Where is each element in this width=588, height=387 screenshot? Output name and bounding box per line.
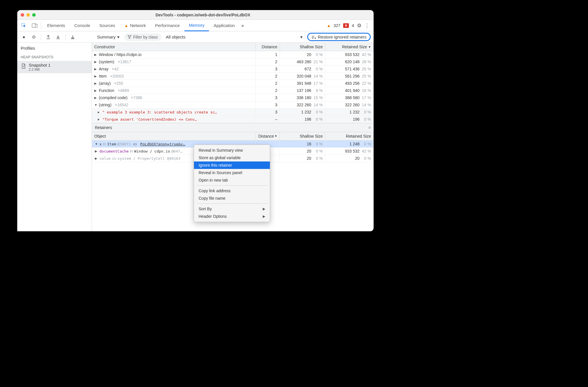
tab-application[interactable]: Application — [210, 20, 239, 31]
retainers-header: Retainers ≡ — [92, 123, 374, 132]
load-icon[interactable] — [44, 33, 53, 41]
sidebar: Profiles HEAP SNAPSHOTS Snapshot 1 2.2 M… — [17, 43, 92, 231]
col-retained[interactable]: Retained Size — [325, 132, 374, 140]
snapshot-icon — [21, 63, 26, 69]
retainers-head: Object Distance▲ Shallow Size Retained S… — [92, 132, 374, 140]
tab-network[interactable]: ▲Network — [120, 20, 150, 31]
record-icon[interactable]: ● — [20, 33, 28, 41]
error-count[interactable]: 4 — [352, 23, 354, 28]
table-row[interactable]: ▶"Torque assert 'Convert(endIndex) <= Co… — [92, 116, 374, 123]
minimize-window-icon[interactable] — [26, 13, 30, 17]
window-title: DevTools - codepen.io/web-dot-dev/live/P… — [36, 13, 370, 17]
device-toolbar-icon[interactable] — [29, 21, 39, 30]
filter-bar: Summary ▾ Filter by class All objects ▾ … — [92, 31, 374, 43]
menu-item[interactable]: Copy link address — [194, 187, 270, 195]
tab-performance[interactable]: Performance — [151, 20, 184, 31]
sidebar-snapshot-item[interactable]: Snapshot 1 2.2 MB — [17, 61, 92, 73]
tab-elements[interactable]: Elements — [43, 20, 70, 31]
table-row[interactable]: ▶Function ×4689 2 137 196 6 % 401 940 18… — [92, 87, 374, 94]
col-shallow[interactable]: Shallow Size — [280, 132, 325, 140]
table-row[interactable]: ▶Array ×42 3 672 0 % 571 436 25 % — [92, 66, 374, 73]
chevron-down-icon: ▾ — [300, 34, 303, 40]
col-distance[interactable]: Distance — [256, 43, 280, 51]
tab-sources[interactable]: Sources — [95, 20, 120, 31]
col-distance[interactable]: Distance▲ — [256, 132, 280, 140]
sidebar-category: HEAP SNAPSHOTS — [17, 53, 92, 61]
menu-item[interactable]: Sort By▶ — [194, 205, 270, 213]
scope-dropdown[interactable]: All objects ▾ — [164, 33, 305, 41]
menu-item[interactable]: Ignore this retainer — [194, 161, 270, 169]
menu-item[interactable]: Store as global variable — [194, 154, 270, 161]
table-row[interactable]: ▶(system) ×13817 2 463 280 21 % 620 148 … — [92, 58, 374, 66]
menu-item[interactable]: Open in new tab — [194, 176, 270, 184]
view-dropdown[interactable]: Summary ▾ — [95, 33, 122, 41]
constructor-head: Constructor Distance Shallow Size Retain… — [92, 43, 374, 51]
warning-count[interactable]: 327 — [334, 23, 340, 28]
table-row[interactable]: ▶(compiled code) ×7386 3 336 180 15 % 38… — [92, 94, 374, 101]
constructor-grid: Constructor Distance Shallow Size Retain… — [92, 43, 374, 123]
filter-x-icon — [312, 35, 316, 39]
gear-icon[interactable]: ⚙ — [357, 22, 362, 29]
snapshot-size: 2.2 MB — [29, 68, 51, 72]
menu-item[interactable]: Reveal in Sources panel — [194, 169, 270, 176]
tab-console[interactable]: Console — [70, 20, 95, 31]
table-row[interactable]: ▶(array) ×255 2 391 948 17 % 493 256 22 … — [92, 80, 374, 87]
warning-icon: ▲ — [124, 23, 128, 28]
clear-icon[interactable]: ⊘ — [29, 33, 38, 41]
table-row[interactable]: ▼(string) ×16542 3 322 260 14 % 322 260 … — [92, 101, 374, 109]
menu-item[interactable]: Copy file name — [194, 195, 270, 202]
titlebar: DevTools - codepen.io/web-dot-dev/live/P… — [17, 10, 374, 20]
col-retained[interactable]: Retained Size▼ — [325, 43, 374, 51]
table-row[interactable]: ▶Window / https://cdpn.io 1 20 0 % 933 5… — [92, 51, 374, 58]
menu-icon[interactable]: ≡ — [368, 125, 371, 130]
col-object[interactable]: Object — [92, 132, 256, 140]
right-status: ▲ 327 ✕ 4 ⚙ ⋮ — [327, 22, 372, 29]
filter-icon — [128, 35, 131, 39]
window-controls — [21, 13, 36, 17]
save-icon[interactable] — [54, 33, 62, 41]
col-shallow[interactable]: Shallow Size — [280, 43, 325, 51]
sort-desc-icon: ▼ — [368, 45, 371, 49]
maximize-window-icon[interactable] — [32, 13, 36, 17]
chevron-down-icon: ▾ — [117, 34, 120, 40]
close-window-icon[interactable] — [21, 13, 24, 17]
warning-icon: ▲ — [327, 23, 331, 28]
menu-item[interactable]: Header Options▶ — [194, 213, 270, 220]
snapshot-name: Snapshot 1 — [29, 63, 51, 68]
table-row[interactable]: ▶Item ×20003 2 320 048 14 % 561 296 25 % — [92, 73, 374, 80]
tab-memory[interactable]: Memory — [185, 20, 209, 31]
tabs-overflow[interactable]: » — [240, 20, 245, 31]
error-icon: ✕ — [343, 23, 349, 28]
inspect-element-icon[interactable] — [19, 21, 29, 30]
collect-garbage-icon[interactable] — [68, 33, 77, 41]
devtools-tabs: Elements Console Sources ▲Network Perfor… — [17, 20, 374, 31]
filter-input[interactable]: Filter by class — [124, 33, 161, 41]
separator — [41, 22, 41, 29]
sort-asc-icon: ▲ — [274, 134, 277, 138]
menu-item[interactable]: Reveal in Summary view — [194, 147, 270, 154]
col-constructor[interactable]: Constructor — [92, 43, 256, 51]
more-icon[interactable]: ⋮ — [364, 22, 370, 29]
sidebar-header: Profiles — [17, 43, 92, 53]
restore-ignored-retainers-button[interactable]: Restore ignored retainers — [307, 33, 371, 41]
context-menu: Reveal in Summary viewStore as global va… — [194, 145, 270, 222]
table-row[interactable]: ▶" example 3 example 3: scattered object… — [92, 109, 374, 116]
